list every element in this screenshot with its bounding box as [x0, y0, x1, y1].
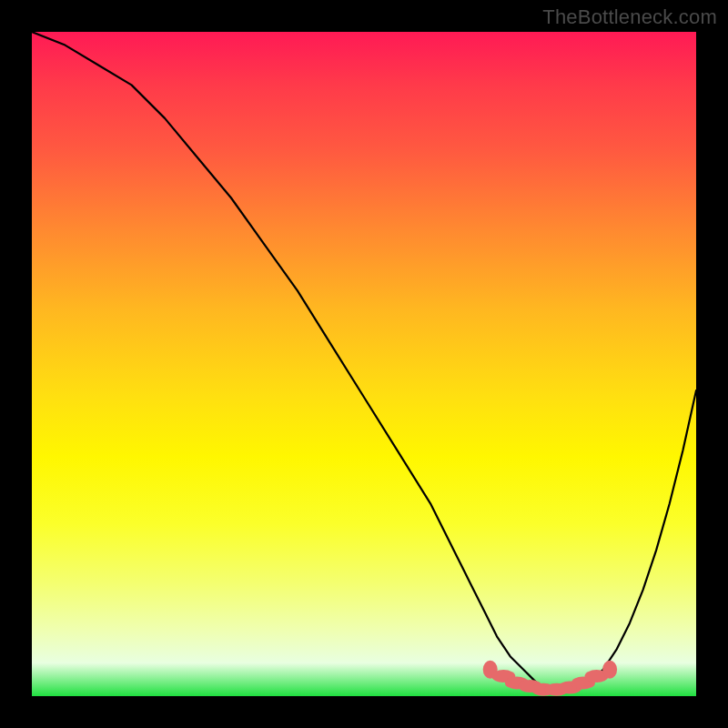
chart-frame: TheBottleneck.com — [0, 0, 728, 728]
optimal-cluster — [483, 661, 617, 696]
attribution-label: TheBottleneck.com — [542, 5, 717, 29]
plot-svg — [32, 32, 696, 696]
cluster-dot — [602, 661, 617, 679]
bottleneck-plot — [32, 32, 696, 696]
bottleneck-curve — [32, 32, 696, 690]
